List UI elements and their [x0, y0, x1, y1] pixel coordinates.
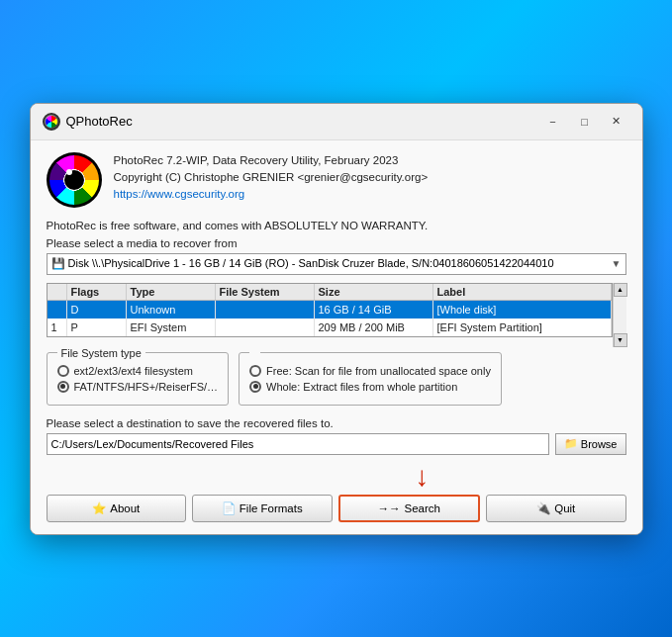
scan-radio-whole[interactable]	[249, 381, 261, 393]
chevron-down-icon: ▼	[612, 258, 622, 269]
browse-label: Browse	[581, 438, 618, 450]
fs-label-fat: FAT/NTFS/HFS+/ReiserFS/…	[74, 381, 219, 393]
app-icon-inner	[46, 116, 57, 128]
about-icon: ⭐	[92, 501, 106, 515]
red-arrow-down: ↓	[416, 463, 430, 491]
fs-label-ext: ext2/ext3/ext4 filesystem	[74, 365, 193, 377]
about-label: About	[110, 502, 140, 514]
col-index	[48, 284, 67, 300]
table-row[interactable]: 1 P EFI System 209 MB / 200 MiB [EFI Sys…	[48, 318, 612, 336]
app-copyright: Copyright (C) Christophe GRENIER <grenie…	[114, 169, 429, 186]
fs-type-group: File System type ext2/ext3/ext4 filesyst…	[47, 347, 230, 406]
scan-type-group: . Free: Scan for file from unallocated s…	[239, 347, 502, 406]
scan-label-whole: Whole: Extract files from whole partitio…	[266, 381, 457, 393]
scroll-up-button[interactable]: ▲	[614, 283, 627, 297]
warning-text: PhotoRec is free software, and comes wit…	[47, 220, 626, 231]
dest-row: 📁 Browse	[47, 433, 626, 455]
fs-type-fieldset: File System type ext2/ext3/ext4 filesyst…	[47, 347, 230, 406]
minimize-button[interactable]: −	[539, 112, 567, 132]
table-header: Flags Type File System Size Label	[48, 284, 612, 301]
table-row[interactable]: D Unknown 16 GB / 14 GiB [Whole disk]	[48, 301, 612, 318]
destination-section: Please select a destination to save the …	[47, 417, 626, 455]
cell-index-1: 1	[48, 318, 67, 336]
file-formats-label: File Formats	[240, 502, 303, 514]
cell-type-1: EFI System	[127, 318, 216, 336]
fs-radio-ext[interactable]	[57, 365, 69, 377]
window-controls: − □ ✕	[539, 112, 630, 132]
browse-button[interactable]: 📁 Browse	[555, 433, 626, 455]
app-info: PhotoRec 7.2-WIP, Data Recovery Utility,…	[114, 152, 429, 204]
file-formats-button[interactable]: 📄 File Formats	[192, 495, 333, 522]
scan-type-fieldset: . Free: Scan for file from unallocated s…	[239, 347, 502, 406]
dest-input[interactable]	[47, 433, 549, 455]
scroll-down-button[interactable]: ▼	[614, 333, 627, 347]
cell-size-1: 209 MB / 200 MiB	[315, 318, 433, 336]
close-button[interactable]: ✕	[603, 112, 630, 132]
app-logo	[47, 152, 102, 208]
scan-option-whole[interactable]: Whole: Extract files from whole partitio…	[249, 381, 491, 393]
file-formats-icon: 📄	[222, 501, 236, 515]
logo-highlight	[66, 169, 72, 175]
main-window: QPhotoRec − □ ✕ PhotoRec 7.2-WIP, Data R…	[30, 103, 643, 535]
cell-type-0: Unknown	[127, 301, 216, 318]
cell-flags-0: D	[67, 301, 127, 318]
scan-radio-free[interactable]	[249, 365, 261, 377]
cell-size-0: 16 GB / 14 GiB	[315, 301, 433, 318]
cell-index-0	[48, 301, 67, 318]
disk-dropdown[interactable]: 💾 Disk \\.\PhysicalDrive 1 - 16 GB / 14 …	[47, 253, 626, 275]
col-label: Label	[433, 284, 612, 300]
partition-table-wrap: Flags Type File System Size Label D Unkn…	[47, 283, 626, 347]
quit-button[interactable]: 🔌 Quit	[486, 495, 626, 522]
scan-option-free[interactable]: Free: Scan for file from unallocated spa…	[249, 365, 491, 377]
scan-label-free: Free: Scan for file from unallocated spa…	[266, 365, 491, 377]
cell-fs-0	[216, 301, 315, 318]
header-section: PhotoRec 7.2-WIP, Data Recovery Utility,…	[47, 152, 626, 208]
media-label: Please select a media to recover from	[47, 237, 626, 249]
app-icon	[43, 113, 60, 131]
fs-type-legend: File System type	[57, 347, 145, 359]
search-icon: →→	[378, 502, 401, 514]
scan-type-legend: .	[249, 347, 260, 359]
main-content: PhotoRec 7.2-WIP, Data Recovery Utility,…	[31, 140, 642, 534]
cell-label-1: [EFI System Partition]	[433, 318, 612, 336]
browse-icon: 📁	[564, 437, 578, 450]
cell-flags-1: P	[67, 318, 127, 336]
disk-dropdown-text: 💾 Disk \\.\PhysicalDrive 1 - 16 GB / 14 …	[51, 257, 612, 270]
bottom-buttons: ⭐ About 📄 File Formats →→ Search 🔌 Quit	[47, 489, 626, 522]
col-filesystem: File System	[216, 284, 315, 300]
quit-icon: 🔌	[536, 501, 550, 515]
col-type: Type	[127, 284, 216, 300]
col-size: Size	[315, 284, 433, 300]
scroll-thumb	[614, 297, 626, 333]
dest-label: Please select a destination to save the …	[47, 417, 626, 429]
title-bar-left: QPhotoRec	[43, 113, 133, 131]
table-scrollbar[interactable]: ▲ ▼	[613, 283, 626, 347]
partition-table-box: Flags Type File System Size Label D Unkn…	[47, 283, 613, 337]
fs-option-fat[interactable]: FAT/NTFS/HFS+/ReiserFS/…	[57, 381, 219, 393]
title-bar: QPhotoRec − □ ✕	[31, 104, 642, 140]
disk-dropdown-row: 💾 Disk \\.\PhysicalDrive 1 - 16 GB / 14 …	[47, 253, 626, 275]
quit-label: Quit	[554, 502, 575, 514]
app-link[interactable]: https://www.cgsecurity.org	[114, 188, 245, 200]
window-title: QPhotoRec	[66, 114, 133, 129]
fs-radio-fat[interactable]	[57, 381, 69, 393]
partition-table: Flags Type File System Size Label D Unkn…	[47, 283, 613, 347]
app-name: PhotoRec 7.2-WIP, Data Recovery Utility,…	[114, 152, 429, 169]
fs-option-ext[interactable]: ext2/ext3/ext4 filesystem	[57, 365, 219, 377]
maximize-button[interactable]: □	[571, 112, 599, 132]
options-section: File System type ext2/ext3/ext4 filesyst…	[47, 347, 626, 406]
logo-eye	[49, 155, 99, 205]
search-button[interactable]: →→ Search	[338, 495, 481, 522]
col-flags: Flags	[67, 284, 127, 300]
cell-fs-1	[216, 318, 315, 336]
search-label: Search	[405, 502, 440, 514]
cell-label-0: [Whole disk]	[433, 301, 612, 318]
about-button[interactable]: ⭐ About	[47, 495, 187, 522]
